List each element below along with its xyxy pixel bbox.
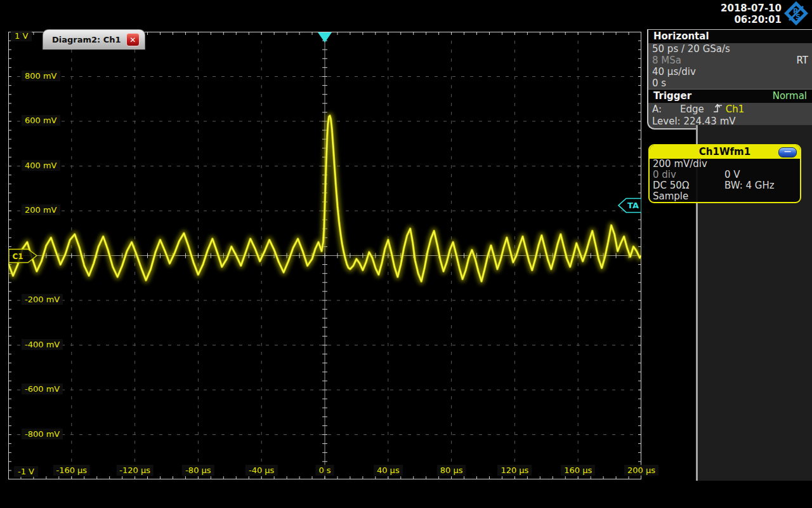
y-axis-tick-label: -800 mV — [22, 429, 63, 439]
y-axis-tick-label: 400 mV — [22, 160, 60, 171]
y-axis-tick-label: -200 mV — [22, 294, 63, 305]
svg-text:S: S — [796, 13, 801, 21]
wfm-offset: 0 V — [724, 170, 740, 180]
wfm-coupling-row: DC 50Ω BW: 4 GHz — [650, 180, 800, 191]
x-axis-tick-label: 160 µs — [561, 465, 595, 476]
x-axis-tick-label: 80 µs — [437, 465, 466, 476]
svg-text:TA: TA — [627, 201, 639, 210]
x-axis-tick-label: -80 µs — [182, 465, 214, 476]
horizontal-timebase[interactable]: 40 µs/div — [648, 66, 812, 77]
results-panel: Horizontal 50 ps / 20 GSa/s 8 MSa RT 40 … — [647, 29, 812, 130]
ch1wfm1-header[interactable]: Ch1Wfm1 — — [650, 145, 800, 159]
horizontal-position[interactable]: 0 s — [648, 77, 812, 89]
wfm-scale-row: 200 mV/div — [650, 159, 800, 170]
waveform-canvas: TAC1 — [8, 32, 641, 479]
wfm-position-row: 0 div 0 V — [650, 170, 800, 180]
y-axis-tick-label: -600 mV — [22, 384, 63, 394]
x-axis-tick-label: -160 µs — [53, 465, 90, 476]
diagram-tab[interactable]: Diagram2: Ch1 ✕ — [43, 29, 145, 50]
diagram-tab-label: Diagram2: Ch1 — [52, 35, 121, 44]
y-axis-tick-label: 200 mV — [22, 204, 60, 215]
trigger-position-marker[interactable] — [318, 32, 332, 43]
svg-text:C1: C1 — [12, 252, 23, 261]
horizontal-resolution[interactable]: 50 ps / 20 GSa/s — [648, 43, 812, 55]
status-clock: 2018-07-10 06:20:01 — [721, 3, 782, 25]
x-axis-tick-label: 120 µs — [497, 465, 532, 476]
x-axis-tick-label: -40 µs — [246, 465, 277, 476]
trigger-mode-badge: Normal — [773, 90, 807, 103]
status-time: 06:20:01 — [721, 14, 782, 25]
rising-edge-icon — [713, 103, 723, 116]
x-axis-tick-label: -120 µs — [116, 465, 154, 476]
diagram2-plot-area: TAC1 800 mV600 mV400 mV200 mV-200 mV-400… — [8, 32, 641, 479]
x-axis-tick-label: 200 µs — [624, 465, 658, 476]
status-date: 2018-07-10 — [721, 3, 782, 14]
trigger-section-header[interactable]: Trigger Normal — [648, 89, 812, 103]
y-axis-top-label: 1 V — [11, 30, 32, 41]
y-axis-tick-label: 800 mV — [22, 70, 60, 81]
x-axis-tick-label: 40 µs — [374, 465, 403, 476]
rs-logo-icon: R S — [784, 1, 808, 28]
tab-close-icon[interactable]: ✕ — [126, 33, 140, 46]
y-axis-tick-label: 600 mV — [22, 115, 60, 126]
ch1wfm1-panel[interactable]: Ch1Wfm1 — 200 mV/div 0 div 0 V DC 50Ω BW… — [648, 144, 801, 203]
horizontal-record-length[interactable]: 8 MSa RT — [648, 55, 812, 66]
y-axis-bottom-label: -1 V — [14, 466, 38, 477]
trigger-level-marker[interactable]: TA — [619, 198, 641, 212]
wfm-bandwidth: BW: 4 GHz — [724, 180, 775, 191]
horizontal-section-header[interactable]: Horizontal — [648, 30, 812, 43]
acquisition-mode-badge: RT — [797, 55, 809, 66]
y-axis-tick-label: -400 mV — [22, 339, 63, 350]
wfm-decimation-row: Sample — [650, 191, 800, 202]
trigger-source-row[interactable]: A: Edge Ch1 — [648, 103, 812, 116]
trigger-source-channel: Ch1 — [726, 104, 745, 115]
minimize-icon[interactable]: — — [778, 147, 797, 157]
x-axis-tick-label: 0 s — [315, 465, 334, 476]
